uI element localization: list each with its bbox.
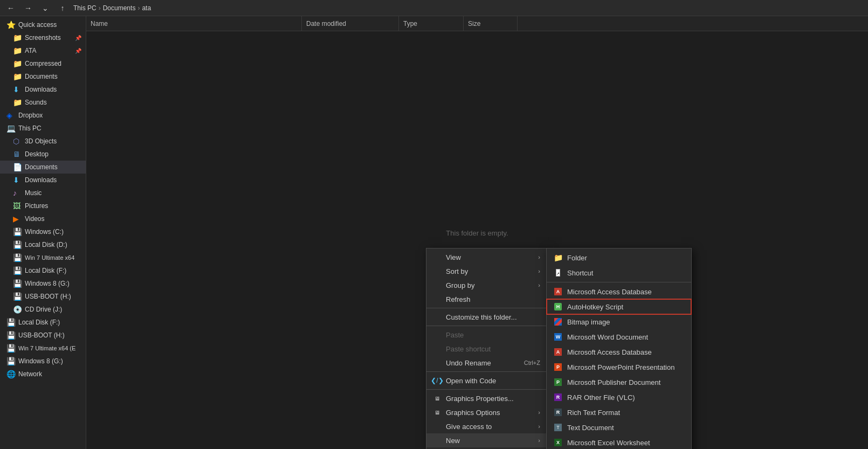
sub-bitmap[interactable]: Bitmap image — [547, 314, 691, 329]
sidebar-item-local-disk-f2[interactable]: 💾 Local Disk (F:) — [0, 316, 86, 329]
group-arrow: › — [538, 282, 540, 288]
sub-rtf-label: Rich Text Format — [567, 409, 620, 417]
sidebar-item-dropbox[interactable]: ◈ Dropbox — [0, 109, 86, 122]
sidebar-item-this-pc[interactable]: 💻 This PC — [0, 122, 86, 135]
sub-ppt[interactable]: P Microsoft PowerPoint Presentation — [547, 360, 691, 375]
ctx-open-code[interactable]: ❮/❯ Open with Code — [426, 374, 547, 388]
screenshots-icon: 📁 — [13, 33, 22, 42]
sub-shortcut[interactable]: ↗ Shortcut — [547, 265, 691, 280]
sidebar: ⭐ Quick access 📁 Screenshots 📌 📁 ATA 📌 📁… — [0, 16, 86, 449]
sidebar-item-desktop[interactable]: 🖥 Desktop — [0, 148, 86, 161]
ctx-give-access[interactable]: Give access to › — [426, 419, 547, 433]
sidebar-item-3d-objects[interactable]: ⬡ 3D Objects — [0, 135, 86, 148]
sidebar-label-docs-qa: Documents — [25, 73, 58, 80]
sub-pub-label: Microsoft Publisher Document — [567, 378, 660, 386]
sidebar-label-screenshots: Screenshots — [25, 34, 61, 42]
ctx-sort-by[interactable]: Sort by › — [426, 264, 547, 278]
ctx-new[interactable]: New › — [426, 433, 547, 447]
sidebar-item-cd[interactable]: 💿 CD Drive (J:) — [0, 303, 86, 316]
sidebar-item-usb[interactable]: 💾 USB-BOOT (H:) — [0, 290, 86, 303]
ctx-sep2 — [426, 326, 547, 326]
forward-button[interactable]: → — [22, 2, 35, 15]
sidebar-item-music[interactable]: ♪ Music — [0, 186, 86, 199]
dropdown-button[interactable]: ⌄ — [39, 2, 52, 15]
sidebar-label-win7: Win 7 Ultimate x64 — [25, 254, 74, 261]
ctx-customize[interactable]: Customize this folder... — [426, 310, 547, 324]
col-header-date[interactable]: Date modified — [302, 16, 399, 31]
sidebar-item-quick-access[interactable]: ⭐ Quick access — [0, 18, 86, 31]
ctx-refresh[interactable]: Refresh — [426, 292, 547, 306]
up-button[interactable]: ↑ — [56, 2, 69, 15]
back-button[interactable]: ← — [4, 2, 17, 15]
rar-sub-icon: R — [553, 392, 563, 402]
group-icon — [433, 281, 442, 289]
sub-folder[interactable]: 📁 Folder — [547, 250, 691, 265]
sidebar-item-sounds[interactable]: 📁 Sounds — [0, 96, 86, 109]
breadcrumb-ata[interactable]: ata — [142, 4, 151, 12]
sidebar-item-downloads-qa[interactable]: ⬇ Downloads — [0, 83, 86, 96]
ctx-group-by[interactable]: Group by › — [426, 278, 547, 292]
sidebar-item-local-disk-f[interactable]: 💾 Local Disk (F:) — [0, 264, 86, 277]
sidebar-item-win8-g2[interactable]: 💾 Windows 8 (G:) — [0, 355, 86, 368]
sidebar-item-compressed[interactable]: 📁 Compressed — [0, 57, 86, 70]
usb-icon: 💾 — [13, 292, 22, 301]
sidebar-item-win7-e[interactable]: 💾 Win 7 Ultimate x64 (E — [0, 342, 86, 355]
ctx-graphics-opts[interactable]: 🖥 Graphics Options › — [426, 405, 547, 419]
sidebar-item-documents[interactable]: 📄 Documents — [0, 161, 86, 174]
ctx-view[interactable]: View › — [426, 250, 547, 264]
sub-word[interactable]: W Microsoft Word Document — [547, 329, 691, 344]
sub-pub[interactable]: P Microsoft Publisher Document — [547, 375, 691, 390]
ctx-undo-rename[interactable]: Undo Rename Ctrl+Z — [426, 356, 547, 370]
sidebar-label-network: Network — [18, 370, 42, 378]
context-menu: View › Sort by › Group by › — [426, 248, 547, 449]
give-access-arrow: › — [538, 423, 540, 430]
sub-bitmap-label: Bitmap image — [567, 318, 610, 326]
sub-excel-label: Microsoft Excel Worksheet — [567, 439, 650, 447]
videos-icon: ▶ — [13, 215, 22, 223]
sub-ms-access2[interactable]: A Microsoft Access Database — [547, 344, 691, 360]
sidebar-item-windows-c[interactable]: 💾 Windows (C:) — [0, 225, 86, 238]
sidebar-item-pictures[interactable]: 🖼 Pictures — [0, 199, 86, 212]
3d-icon: ⬡ — [13, 137, 22, 146]
documents-icon: 📄 — [13, 163, 22, 171]
breadcrumb-this-pc[interactable]: This PC — [73, 4, 97, 12]
sub-rar[interactable]: R RAR Other File (VLC) — [547, 390, 691, 405]
sub-ms-access[interactable]: A Microsoft Access Database — [547, 284, 691, 299]
sidebar-item-documents-qa[interactable]: 📁 Documents — [0, 70, 86, 83]
sidebar-item-ata[interactable]: 📁 ATA 📌 — [0, 44, 86, 57]
sidebar-label-local-disk-f: Local Disk (F:) — [25, 267, 66, 274]
ctx-view-label: View — [446, 253, 461, 261]
breadcrumb: This PC › Documents › ata — [73, 4, 151, 12]
col-header-type[interactable]: Type — [399, 16, 464, 31]
sidebar-item-usb-h2[interactable]: 💾 USB-BOOT (H:) — [0, 329, 86, 342]
col-header-size[interactable]: Size — [464, 16, 518, 31]
sub-txt[interactable]: T Text Document — [547, 420, 691, 435]
refresh-icon — [433, 295, 442, 303]
access-sub-icon: A — [553, 287, 563, 296]
ctx-sep3 — [426, 371, 547, 372]
local-f2-icon: 💾 — [6, 318, 15, 327]
sounds-icon: 📁 — [13, 98, 22, 107]
sidebar-item-network[interactable]: 🌐 Network — [0, 368, 86, 381]
sidebar-item-win7[interactable]: 💾 Win 7 Ultimate x64 — [0, 251, 86, 264]
col-header-name[interactable]: Name — [86, 16, 302, 31]
sidebar-item-screenshots[interactable]: 📁 Screenshots 📌 — [0, 31, 86, 44]
sidebar-item-videos[interactable]: ▶ Videos — [0, 212, 86, 225]
sidebar-item-win8[interactable]: 💾 Windows 8 (G:) — [0, 277, 86, 290]
sub-autohotkey[interactable]: H AutoHotkey Script — [547, 299, 691, 314]
sidebar-label-win7-e: Win 7 Ultimate x64 (E — [18, 345, 75, 351]
title-bar: ← → ⌄ ↑ This PC › Documents › ata — [0, 0, 868, 16]
desktop-icon: 🖥 — [13, 150, 22, 158]
sub-excel[interactable]: X Microsoft Excel Worksheet — [547, 435, 691, 449]
code-icon: ❮/❯ — [433, 376, 442, 385]
sidebar-item-downloads[interactable]: ⬇ Downloads — [0, 174, 86, 186]
sidebar-item-local-disk-d[interactable]: 💾 Local Disk (D:) — [0, 238, 86, 251]
sub-sep1 — [547, 282, 691, 282]
breadcrumb-documents[interactable]: Documents — [103, 4, 136, 12]
paste-icon — [433, 330, 442, 339]
ctx-group-label: Group by — [446, 281, 474, 289]
sub-rtf[interactable]: R Rich Text Format — [547, 405, 691, 420]
folder-sub-icon: 📁 — [553, 253, 563, 263]
sidebar-label-local-f2: Local Disk (F:) — [18, 319, 60, 326]
ctx-graphics-props[interactable]: 🖥 Graphics Properties... — [426, 391, 547, 405]
